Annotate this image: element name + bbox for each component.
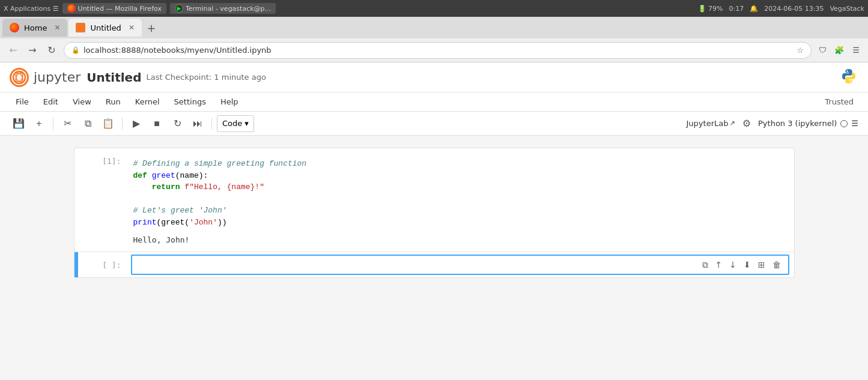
tab-untitled-close[interactable]: ✕ — [129, 23, 135, 32]
cell-1-content: # Defining a simple greeting function de… — [126, 148, 794, 252]
func-greet: greet — [152, 171, 175, 180]
jupyter-logo-circle — [10, 68, 29, 87]
cell-2-actions: ⧉ ↑ ↓ ⬇ ⊞ 🗑 — [695, 256, 788, 274]
restart-run-button[interactable]: ⏭ — [189, 115, 207, 133]
cell-2-label: [ ]: — [78, 252, 126, 277]
func-print: print — [133, 218, 157, 227]
add-cell-button[interactable]: + — [30, 115, 48, 133]
shield-icon[interactable]: 🛡 — [816, 46, 828, 55]
tab-bar: Home ✕ Untitled ✕ + — [0, 17, 868, 38]
comment-1: # Defining a simple greeting function — [133, 159, 307, 168]
cell-2-input-container: ⧉ ↑ ↓ ⬇ ⊞ 🗑 — [131, 255, 789, 275]
menu-edit[interactable]: Edit — [37, 95, 64, 109]
tab-untitled-label: Untitled — [90, 23, 121, 32]
kernel-info: Python 3 (ipykernel) ☰ — [758, 119, 858, 128]
menu-run[interactable]: Run — [100, 95, 127, 109]
notebook-container: [1]: # Defining a simple greeting functi… — [74, 148, 795, 278]
run-button[interactable]: ▶ — [127, 115, 145, 133]
cell-more-icon[interactable]: ⊞ — [756, 259, 768, 271]
code-line-3: return f"Hello, {name}!" — [133, 181, 787, 193]
code-line-2: def greet(name): — [133, 170, 787, 182]
string-john: 'John' — [189, 218, 217, 227]
save-button[interactable]: 💾 — [10, 115, 28, 133]
forward-button[interactable]: → — [25, 44, 40, 56]
jupyter-logo: jupyter — [10, 68, 80, 87]
code-indent-1 — [133, 182, 152, 192]
restart-button[interactable]: ↻ — [168, 115, 186, 133]
firefox-icon — [67, 4, 76, 13]
browser-chrome: Home ✕ Untitled ✕ + ← → ↻ 🔒 localhost:88… — [0, 17, 868, 62]
output-text-1: Hello, John! — [133, 235, 190, 244]
cell-2: [ ]: ⧉ ↑ ↓ ⬇ ⊞ 🗑 — [74, 252, 794, 277]
lock-icon: 🔒 — [71, 46, 80, 54]
jupyterlab-label: JupyterLab — [687, 119, 729, 128]
menu-icon[interactable]: ☰ — [850, 46, 862, 55]
cell-download-icon[interactable]: ⬇ — [741, 259, 753, 271]
bookmark-icon[interactable]: ☆ — [797, 46, 804, 55]
terminal-taskbar-label: Terminal - vegastack@p... — [186, 5, 271, 13]
taskbar-time: 0:17 — [729, 5, 744, 13]
refresh-button[interactable]: ↻ — [44, 44, 59, 56]
notebook-area: [1]: # Defining a simple greeting functi… — [0, 136, 868, 380]
copy-button[interactable]: ⧉ — [79, 115, 97, 133]
code-line-blank — [133, 193, 787, 205]
settings-gear-icon[interactable]: ⚙ — [742, 118, 751, 129]
cell-type-chevron: ▾ — [244, 119, 249, 128]
comment-2: # Let's greet 'John' — [133, 206, 227, 215]
firefox-taskbar-label: Untitled — Mozilla Firefox — [78, 5, 162, 13]
svg-point-4 — [849, 80, 851, 82]
terminal-taskbar-btn[interactable]: ▶ Terminal - vegastack@p... — [170, 3, 276, 14]
url-bar[interactable]: 🔒 localhost:8888/notebooks/myenv/Untitle… — [64, 42, 812, 59]
cut-button[interactable]: ✂ — [58, 115, 76, 133]
tab-new-button[interactable]: + — [143, 19, 160, 36]
os-taskbar: X Applications ☰ Untitled — Mozilla Fire… — [0, 0, 868, 17]
trusted-badge[interactable]: Trusted — [820, 96, 858, 107]
jupyter-logo-svg — [12, 70, 26, 85]
external-link-icon: ↗ — [729, 119, 735, 127]
python-logo-area — [839, 67, 858, 88]
string-hello: f"Hello, {name}!" — [184, 182, 264, 192]
code-paren-3: )) — [217, 218, 227, 227]
tab-untitled[interactable]: Untitled ✕ — [68, 19, 142, 37]
menu-bar: File Edit View Run Kernel Settings Help … — [0, 92, 868, 112]
jupyter-header: jupyter Untitled Last Checkpoint: 1 minu… — [0, 62, 868, 92]
cell-copy-icon[interactable]: ⧉ — [700, 259, 711, 271]
keyword-return: return — [152, 182, 185, 192]
tab-home-close[interactable]: ✕ — [54, 23, 60, 32]
firefox-taskbar-btn[interactable]: Untitled — Mozilla Firefox — [62, 3, 166, 14]
extensions-icon[interactable]: 🧩 — [833, 46, 845, 55]
cell-move-up-icon[interactable]: ↑ — [713, 259, 725, 271]
code-line-5: # Let's greet 'John' — [133, 205, 787, 217]
back-button[interactable]: ← — [6, 44, 20, 56]
checkpoint-info: Last Checkpoint: 1 minute ago — [146, 73, 266, 82]
kernel-status-indicator — [840, 120, 848, 127]
jupyterlab-link[interactable]: JupyterLab ↗ — [687, 119, 735, 128]
taskbar-app-label: X Applications ☰ — [4, 5, 59, 13]
taskbar-left: X Applications ☰ Untitled — Mozilla Fire… — [4, 3, 694, 14]
menu-view[interactable]: View — [67, 95, 97, 109]
tab-home[interactable]: Home ✕ — [2, 19, 67, 37]
code-paren-2: (greet( — [157, 218, 190, 227]
jupyter-notebook: jupyter Untitled Last Checkpoint: 1 minu… — [0, 62, 868, 380]
menu-help[interactable]: Help — [214, 95, 244, 109]
cell-type-dropdown[interactable]: Code ▾ — [217, 115, 254, 132]
toolbar-right: JupyterLab ↗ ⚙ Python 3 (ipykernel) ☰ — [687, 118, 858, 129]
taskbar-bell: 🔔 — [750, 5, 758, 13]
cell-move-down-icon[interactable]: ↓ — [727, 259, 739, 271]
menu-kernel[interactable]: Kernel — [129, 95, 166, 109]
cell-2-input[interactable] — [132, 256, 695, 274]
notebook-title[interactable]: Untitled — [86, 70, 141, 85]
cell-1-code[interactable]: # Defining a simple greeting function de… — [126, 153, 794, 233]
cell-1-label: [1]: — [78, 148, 126, 252]
kernel-menu-icon[interactable]: ☰ — [851, 119, 858, 128]
interrupt-button[interactable]: ■ — [148, 115, 166, 133]
code-paren-1: (name): — [175, 171, 208, 180]
taskbar-username: VegaStack — [830, 5, 864, 13]
toolbar: 💾 + ✂ ⧉ 📋 ▶ ■ ↻ ⏭ Code ▾ JupyterLab ↗ ⚙ … — [0, 112, 868, 136]
paste-button[interactable]: 📋 — [99, 115, 117, 133]
menu-settings[interactable]: Settings — [168, 95, 212, 109]
svg-point-3 — [846, 70, 848, 71]
kernel-name-label: Python 3 (ipykernel) — [758, 119, 837, 128]
cell-delete-icon[interactable]: 🗑 — [770, 259, 783, 271]
menu-file[interactable]: File — [10, 95, 35, 109]
